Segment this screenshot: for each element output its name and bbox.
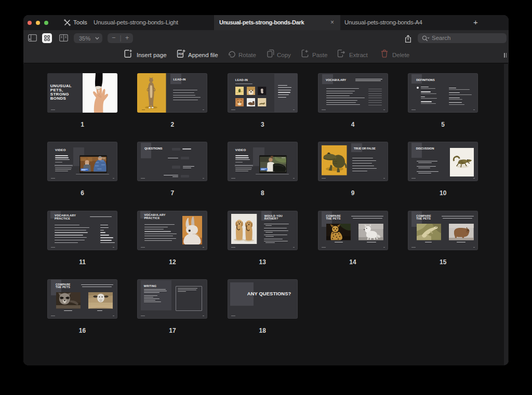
- svg-text:PDF: PDF: [178, 53, 183, 56]
